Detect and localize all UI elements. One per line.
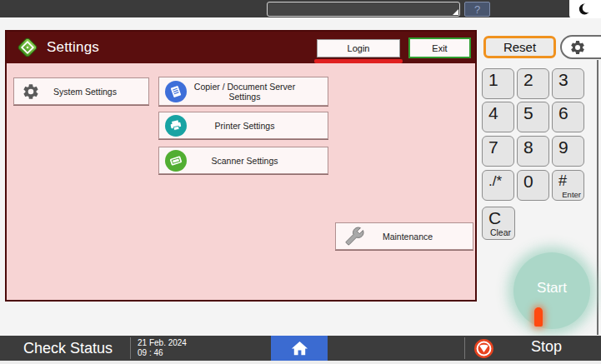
scanner-icon <box>165 150 187 172</box>
keypad-key-hash-enter[interactable]: # Enter <box>552 170 584 201</box>
settings-app-icon <box>17 37 38 58</box>
keypad-key-9[interactable]: 9 <box>552 136 584 167</box>
maintenance-button[interactable]: Maintenance <box>335 222 473 250</box>
panel-header: Settings Login Exit <box>7 32 475 63</box>
login-active-underline <box>314 59 403 63</box>
copier-document-server-settings-button[interactable]: Copier / Document Server Settings <box>158 77 328 106</box>
keypad-key-7[interactable]: 7 <box>482 136 514 167</box>
copier-settings-label-line2: Settings <box>229 92 261 102</box>
keypad-key-0[interactable]: 0 <box>517 170 549 201</box>
reset-button[interactable]: Reset <box>483 36 556 58</box>
start-label: Start <box>537 280 567 297</box>
copier-settings-label-line1: Copier / Document Server <box>194 82 295 92</box>
bottom-status-bar: Check Status 21 Feb. 2024 09 : 46 Stop <box>0 336 601 361</box>
stop-button-label[interactable]: Stop <box>531 338 562 356</box>
keypad-key-4[interactable]: 4 <box>482 102 514 132</box>
maintenance-label: Maintenance <box>364 232 451 242</box>
printer-settings-label: Printer Settings <box>187 121 303 131</box>
keypad-key-1[interactable]: 1 <box>482 68 514 99</box>
gear-icon <box>569 39 586 56</box>
quick-settings-button[interactable] <box>560 35 601 59</box>
copier-icon <box>165 81 187 102</box>
start-indicator-light <box>534 307 543 327</box>
start-button[interactable]: Start <box>513 252 590 329</box>
login-label: Login <box>348 43 370 53</box>
bottom-bezel-strip <box>0 361 601 364</box>
exit-label: Exit <box>432 43 447 53</box>
enter-sublabel: Enter <box>562 190 581 199</box>
energy-saver-button[interactable] <box>569 0 601 18</box>
moon-icon <box>578 2 592 16</box>
keypad-key-3[interactable]: 3 <box>552 68 584 99</box>
scanner-settings-label: Scanner Settings <box>187 156 303 166</box>
clear-sublabel: Clear <box>490 227 511 237</box>
home-button[interactable] <box>271 336 328 361</box>
screen-edge-line <box>597 60 598 335</box>
divider <box>464 337 465 359</box>
system-settings-label: System Settings <box>40 87 130 97</box>
wrench-icon <box>345 227 364 246</box>
reset-label: Reset <box>503 40 536 54</box>
printer-settings-button[interactable]: Printer Settings <box>158 112 328 139</box>
keypad-key-5[interactable]: 5 <box>517 102 549 132</box>
stop-icon[interactable] <box>473 338 494 359</box>
date-text: 21 Feb. 2024 <box>138 338 187 347</box>
help-label: ? <box>474 3 480 16</box>
printer-icon <box>165 115 187 137</box>
scanner-settings-button[interactable]: Scanner Settings <box>158 147 328 174</box>
divider <box>130 337 131 359</box>
resize-corner-icon <box>453 9 458 15</box>
keypad-key-8[interactable]: 8 <box>517 136 549 167</box>
home-icon <box>290 339 309 358</box>
settings-panel: Settings Login Exit System Settings <box>5 30 477 302</box>
keypad-key-dot-slash-star[interactable]: ./* <box>482 170 514 201</box>
keypad-key-6[interactable]: 6 <box>552 102 584 132</box>
system-settings-button[interactable]: System Settings <box>13 77 149 105</box>
page-title: Settings <box>47 39 99 56</box>
gear-icon <box>22 82 40 101</box>
check-status-button[interactable]: Check Status <box>23 340 130 357</box>
help-button[interactable]: ? <box>464 2 490 17</box>
time-text: 09 : 46 <box>138 348 163 357</box>
login-button[interactable]: Login <box>317 39 400 57</box>
keypad-key-2[interactable]: 2 <box>517 68 549 99</box>
system-message-input[interactable] <box>267 2 460 17</box>
keypad-key-clear[interactable]: C Clear <box>482 207 515 240</box>
device-screen: ? Settings Login Exit <box>0 0 601 364</box>
datetime-display: 21 Feb. 2024 09 : 46 <box>138 338 263 358</box>
exit-button[interactable]: Exit <box>408 37 471 58</box>
